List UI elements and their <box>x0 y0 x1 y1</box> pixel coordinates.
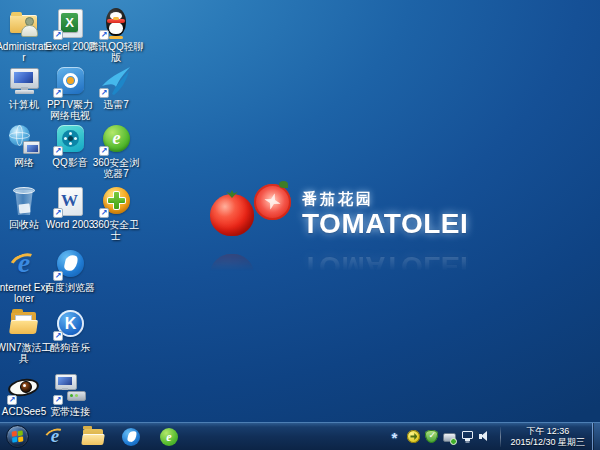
desktop-icon-network[interactable]: 网络 <box>1 122 47 168</box>
desktop-icon-label: 腾讯QQ轻聊版 <box>88 41 144 63</box>
tray-icon-area <box>389 430 492 443</box>
security-shield-icon[interactable] <box>425 430 438 443</box>
desktop-icon-baidu-browser[interactable]: 百度浏览器 <box>47 247 93 293</box>
whole-tomato-icon <box>210 194 254 236</box>
shortcut-arrow-icon <box>53 331 63 341</box>
qq-player-icon <box>53 122 87 156</box>
360-browser-taskbar-button[interactable]: e <box>157 425 181 449</box>
logo-title-english: TOMATOLEI <box>302 209 468 239</box>
recycle-bin-icon <box>7 184 41 218</box>
show-desktop-button[interactable] <box>592 423 600 450</box>
internet-explorer-icon: e <box>7 247 41 281</box>
folder-icon <box>7 307 41 341</box>
logo-text: 番茄花园 TOMATOLEI <box>302 190 468 239</box>
shortcut-arrow-icon <box>99 146 109 156</box>
computer-icon <box>7 64 41 98</box>
desktop-icon-acdsee[interactable]: ACDSee5 <box>1 371 47 417</box>
desktop-icon-safe-360[interactable]: 360安全卫士 <box>93 184 139 241</box>
desktop-icon-computer[interactable]: 计算机 <box>1 64 47 110</box>
shortcut-arrow-icon <box>99 30 109 40</box>
browser-360-icon: e <box>99 122 133 156</box>
shortcut-arrow-icon <box>53 395 63 405</box>
safe-360-icon <box>99 184 133 218</box>
windows-explorer-taskbar-button[interactable] <box>81 425 105 449</box>
clock-time: 下午 12:36 <box>510 426 585 437</box>
desktop-icon-label: 360安全卫士 <box>88 219 144 241</box>
desktop-icon-broadband[interactable]: 宽带连接 <box>47 371 93 417</box>
desktop-icon-recycle-bin[interactable]: 回收站 <box>1 184 47 230</box>
volume-icon[interactable] <box>479 430 492 443</box>
taskbar-clock[interactable]: 下午 12:36 2015/12/30 星期三 <box>505 426 590 448</box>
shortcut-arrow-icon <box>99 88 109 98</box>
windows-flag-icon <box>11 431 23 443</box>
word-icon: W <box>53 184 87 218</box>
system-tray: 下午 12:36 2015/12/30 星期三 <box>389 423 600 450</box>
screen: AdministratorXExcel 2003腾讯QQ轻聊版计算机PPTV聚力… <box>0 0 600 450</box>
logo-title-chinese: 番茄花园 <box>302 190 468 209</box>
taskbar-pinned-apps: ee <box>43 423 181 450</box>
desktop-icon-label: 迅雷7 <box>88 99 144 110</box>
shortcut-arrow-icon <box>53 208 63 218</box>
clock-date: 2015/12/30 星期三 <box>510 437 585 448</box>
shortcut-arrow-icon <box>53 30 63 40</box>
start-button[interactable] <box>0 423 34 450</box>
network-icon <box>7 122 41 156</box>
tomatoes-illustration <box>210 182 292 244</box>
desktop-icon-kugou[interactable]: K酷狗音乐 <box>47 307 93 353</box>
bluetooth-icon[interactable] <box>389 430 402 443</box>
pptv-icon <box>53 64 87 98</box>
desktop-icon-label: 360安全浏览器7 <box>88 157 144 179</box>
desktop-icon-qq-player[interactable]: QQ影音 <box>47 122 93 168</box>
internet-explorer-taskbar-button[interactable]: e <box>43 425 67 449</box>
baidu-browser-icon <box>53 247 87 281</box>
sliced-tomato-icon <box>254 184 291 220</box>
desktop-icon-xunlei[interactable]: 迅雷7 <box>93 64 139 110</box>
shortcut-arrow-icon <box>7 395 17 405</box>
desktop-icon-internet-explorer[interactable]: eInternet Explorer <box>1 247 47 304</box>
acdsee-icon <box>7 371 41 405</box>
desktop-icon-folder[interactable]: WIN7激活工具 <box>1 307 47 364</box>
windows-orb-icon <box>6 425 29 448</box>
desktop-icon-label: 百度浏览器 <box>42 282 98 293</box>
shortcut-arrow-icon <box>53 271 63 281</box>
desktop-icon-label: 宽带连接 <box>42 406 98 417</box>
desktop-wallpaper-logo: 番茄花园 TOMATOLEI <box>210 182 468 244</box>
updater-icon[interactable] <box>407 430 420 443</box>
desktop-icon-qq[interactable]: 腾讯QQ轻聊版 <box>93 6 139 63</box>
desktop-icon-label: 酷狗音乐 <box>42 342 98 353</box>
user-folder-icon <box>7 6 41 40</box>
shortcut-arrow-icon <box>53 88 63 98</box>
usb-device-icon[interactable] <box>443 433 456 442</box>
baidu-browser-taskbar-button[interactable] <box>119 425 143 449</box>
shortcut-arrow-icon <box>53 146 63 156</box>
kugou-icon: K <box>53 307 87 341</box>
qq-icon <box>99 6 133 40</box>
broadband-icon <box>53 371 87 405</box>
xunlei-icon <box>99 64 133 98</box>
taskbar: ee 下午 12:36 2015/12/30 星期三 <box>0 422 600 450</box>
tray-separator <box>500 427 501 447</box>
excel-icon: X <box>53 6 87 40</box>
desktop-background[interactable]: AdministratorXExcel 2003腾讯QQ轻聊版计算机PPTV聚力… <box>0 0 600 422</box>
network-icon[interactable] <box>461 430 474 443</box>
shortcut-arrow-icon <box>99 208 109 218</box>
desktop-icon-pptv[interactable]: PPTV聚力网络电视 <box>47 64 93 121</box>
desktop-icon-user-folder[interactable]: Administrator <box>1 6 47 63</box>
desktop-icon-excel[interactable]: XExcel 2003 <box>47 6 93 52</box>
desktop-icon-word[interactable]: WWord 2003 <box>47 184 93 230</box>
desktop-icon-browser-360[interactable]: e360安全浏览器7 <box>93 122 139 179</box>
